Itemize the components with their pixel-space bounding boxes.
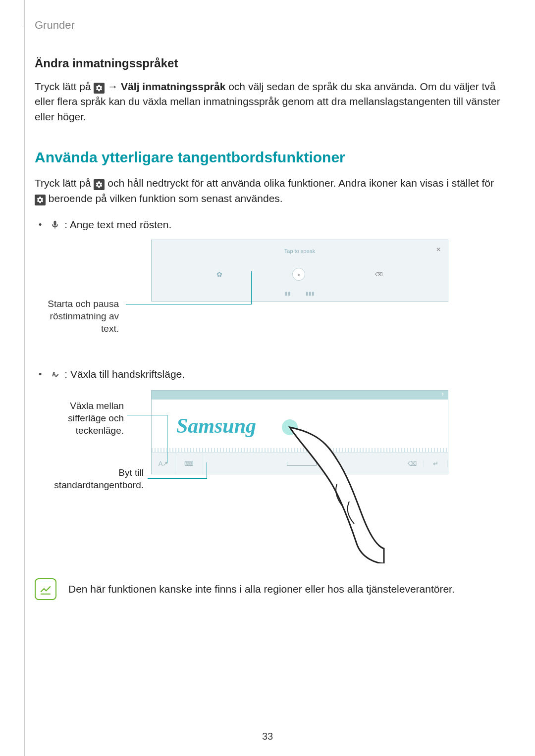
paragraph-change-language: Tryck lätt på → Välj inmatningsspråk och… bbox=[35, 79, 505, 124]
breadcrumb: Grunder bbox=[35, 19, 505, 32]
bullet-text: : Ange text med rösten. bbox=[64, 219, 171, 231]
note-text: Den här funktionen kanske inte finns i a… bbox=[68, 578, 455, 595]
voice-input-panel: Tap to speak ✕ ✿ ● ⌫ ▮▮ ▮▮▮ bbox=[151, 240, 448, 302]
microphone-button: ● bbox=[292, 268, 305, 281]
keyboard-button: ⌨ bbox=[175, 453, 203, 475]
handwriting-area: Samsung bbox=[152, 400, 448, 452]
callout-line bbox=[126, 304, 252, 304]
pause-icon: ▮▮ bbox=[285, 291, 291, 296]
handwriting-icon bbox=[49, 369, 61, 380]
handwriting-panel: Samsung A↗ ⌨ ⌫ ↵ bbox=[151, 390, 448, 474]
text-fragment: och håll nedtryckt för att använda olika… bbox=[107, 177, 494, 189]
text-fragment: beroende på vilken funktion som senast a… bbox=[49, 193, 283, 204]
bullet-dot: • bbox=[39, 369, 42, 380]
callout-voice: Starta och pausa röstinmatning av text. bbox=[35, 298, 119, 335]
close-icon: ✕ bbox=[436, 246, 441, 253]
callout-keyboard: Byt till standardtangentbord. bbox=[35, 467, 144, 491]
spacebar bbox=[203, 453, 400, 475]
text-fragment: Tryck lätt på bbox=[35, 177, 94, 189]
note-block: Den här funktionen kanske inte finns i a… bbox=[35, 578, 505, 600]
mode-toggle-button: A↗ bbox=[152, 453, 175, 475]
bullet-text: : Växla till handskriftsläge. bbox=[64, 368, 185, 380]
text-bold: Välj inmatningsspråk bbox=[121, 81, 225, 92]
settings-icon bbox=[94, 179, 105, 190]
callout-line bbox=[148, 478, 207, 479]
bullet-dot: • bbox=[39, 220, 42, 230]
microphone-icon bbox=[49, 219, 61, 230]
settings-icon bbox=[35, 195, 46, 205]
text-fragment: och välj sedan de språk du ska använda. … bbox=[35, 81, 500, 122]
bullet-handwriting: • : Växla till handskriftsläge. bbox=[35, 368, 505, 380]
callout-line bbox=[127, 415, 167, 415]
bullet-voice: • : Ange text med rösten. bbox=[35, 219, 505, 231]
ruler bbox=[152, 448, 448, 452]
handwriting-text: Samsung bbox=[176, 414, 256, 438]
page-binding bbox=[0, 0, 25, 756]
page-number: 33 bbox=[0, 731, 535, 742]
figure-voice-input: Tap to speak ✕ ✿ ● ⌫ ▮▮ ▮▮▮ Starta och p… bbox=[54, 240, 505, 349]
enter-icon: ↵ bbox=[424, 460, 448, 467]
heading-additional-functions: Använda ytterligare tangentbordsfunktion… bbox=[35, 149, 505, 166]
tap-to-speak-label: Tap to speak bbox=[284, 248, 315, 254]
backspace-icon: ⌫ bbox=[400, 460, 424, 467]
settings-icon bbox=[94, 83, 105, 94]
paragraph-additional-functions: Tryck lätt på och håll nedtryckt för att… bbox=[35, 176, 505, 206]
text-fragment: → bbox=[107, 81, 121, 92]
subheading-change-language: Ändra inmatningsspråket bbox=[35, 56, 505, 70]
note-icon bbox=[35, 578, 56, 600]
gear-icon: ✿ bbox=[216, 270, 222, 278]
suggestion-bar bbox=[152, 391, 448, 400]
text-fragment: Tryck lätt på bbox=[35, 81, 94, 92]
backspace-icon: ⌫ bbox=[375, 271, 383, 278]
separator: ▮▮▮ bbox=[306, 291, 315, 296]
callout-mode: Växla mellan sifferläge och teckenläge. bbox=[40, 400, 124, 437]
handwriting-toolbar: A↗ ⌨ ⌫ ↵ bbox=[152, 452, 448, 475]
figure-handwriting: Samsung A↗ ⌨ ⌫ ↵ Växla mellan sifferläge… bbox=[54, 390, 505, 558]
